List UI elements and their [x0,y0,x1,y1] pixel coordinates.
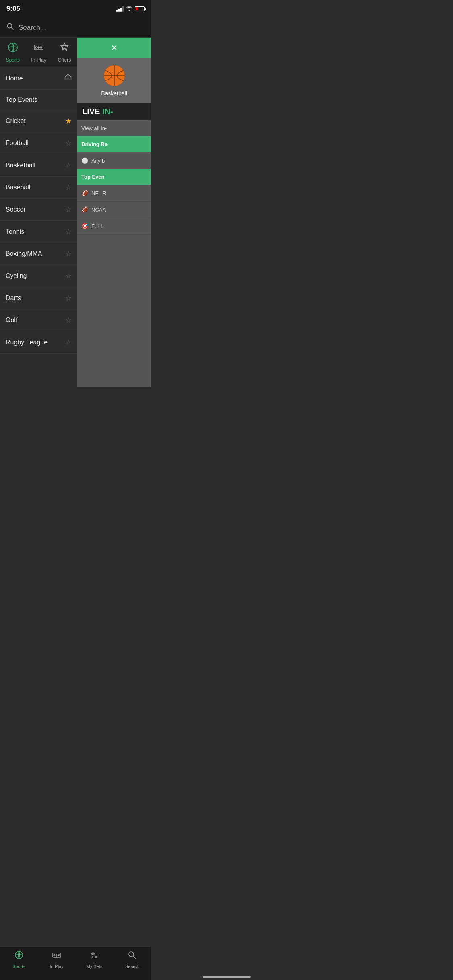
nav-item-top-events[interactable]: Top Events [0,90,77,110]
full-l-text: Full L [91,223,104,229]
right-row-any-b[interactable]: ⚪ Any b [77,152,151,169]
nav-item-baseball[interactable]: Baseball ☆ [0,177,77,199]
offers-icon: $ [59,42,70,56]
nav-item-cycling[interactable]: Cycling ☆ [0,265,77,287]
tennis-star-icon[interactable]: ☆ [65,227,72,236]
right-row-top-events[interactable]: Top Even [77,169,151,185]
nav-item-rugby-league-label: Rugby League [6,339,48,346]
basketball-star-icon[interactable]: ☆ [65,161,72,170]
svg-line-1 [12,28,14,30]
tab-offers[interactable]: $ Offers [52,38,77,67]
boxing-star-icon[interactable]: ☆ [65,249,72,258]
rugby-star-icon[interactable]: ☆ [65,338,72,347]
flag-icon: 🎯 [81,223,88,229]
nav-item-football-label: Football [6,140,29,147]
right-row-driving[interactable]: Driving Re [77,136,151,152]
right-row-full-l[interactable]: 🎯 Full L [77,218,151,235]
search-icon [6,23,14,33]
any-b-text: Any b [91,158,105,164]
basketball-card[interactable]: Basketball [77,58,151,103]
main-area: Sports In-Play [0,38,151,354]
golf-star-icon[interactable]: ☆ [65,316,72,325]
battery-icon [135,6,145,11]
nav-item-home[interactable]: Home [0,67,77,90]
live-in-banner: LIVE IN- [77,103,151,120]
tab-bar: Sports In-Play [0,38,77,67]
nav-item-basketball-label: Basketball [6,162,35,169]
left-panel: Sports In-Play [0,38,77,354]
wifi-icon [126,6,132,12]
nav-item-darts[interactable]: Darts ☆ [0,287,77,309]
nav-item-rugby-league[interactable]: Rugby League ☆ [0,331,77,354]
live-in-text: LIVE IN- [82,107,113,116]
nav-item-basketball[interactable]: Basketball ☆ [0,154,77,177]
close-button[interactable]: ✕ [111,43,118,53]
cycling-star-icon[interactable]: ☆ [65,272,72,280]
nav-item-cricket[interactable]: Cricket ★ [0,110,77,132]
right-panel: ✕ Basketball LIVE IN- View all In- [77,38,151,387]
tab-offers-label: Offers [58,57,71,63]
close-btn-row[interactable]: ✕ [77,38,151,58]
nav-item-home-label: Home [6,75,23,82]
nav-item-top-events-label: Top Events [6,96,37,103]
nav-item-darts-label: Darts [6,294,21,302]
inplay-icon [33,42,44,56]
status-time: 9:05 [6,5,20,13]
top-even-text: Top Even [81,174,105,180]
nav-item-golf[interactable]: Golf ☆ [0,309,77,331]
right-row-view-all[interactable]: View all In- [77,120,151,136]
tab-sports[interactable]: Sports [0,38,26,67]
search-input[interactable]: Search... [19,24,145,32]
svg-point-4 [35,47,37,48]
status-bar: 9:05 [0,0,151,18]
ncaa-text: NCAA [91,207,106,213]
nav-item-cycling-label: Cycling [6,272,27,280]
ncaa-football-icon: 🏈 [81,206,88,213]
svg-point-5 [40,47,42,48]
nav-item-soccer-label: Soccer [6,206,26,213]
football-star-icon[interactable]: ☆ [65,139,72,148]
nav-item-tennis[interactable]: Tennis ☆ [0,221,77,243]
driving-text: Driving Re [81,141,108,147]
sports-icon [7,42,19,56]
svg-point-2 [8,43,17,52]
nfl-text: NFL R [91,190,106,196]
nfl-football-icon: 🏈 [81,190,88,196]
nav-item-soccer[interactable]: Soccer ☆ [0,199,77,221]
basketball-card-label: Basketball [101,90,127,97]
nav-list: Home Top Events Cricket ★ Football ☆ Ba [0,67,77,354]
status-icons [116,6,145,12]
right-row-ncaa[interactable]: 🏈 NCAA [77,202,151,218]
nav-item-golf-label: Golf [6,317,17,324]
signal-bars-icon [116,6,124,12]
right-row-nfl[interactable]: 🏈 NFL R [77,185,151,202]
nav-item-football[interactable]: Football ☆ [0,132,77,154]
search-bar[interactable]: Search... [0,18,151,38]
golf-ball-icon: ⚪ [81,157,88,164]
nav-item-cricket-label: Cricket [6,117,26,125]
tab-inplay-label: In-Play [31,57,46,63]
nav-item-boxing-mma-label: Boxing/MMA [6,250,42,257]
nav-item-tennis-label: Tennis [6,228,24,235]
baseball-star-icon[interactable]: ☆ [65,183,72,192]
home-icon [64,74,72,83]
cricket-star-icon[interactable]: ★ [65,117,72,126]
nav-item-boxing-mma[interactable]: Boxing/MMA ☆ [0,243,77,265]
tab-inplay[interactable]: In-Play [26,38,52,67]
tab-sports-label: Sports [6,57,20,63]
basketball-ball-icon [103,64,126,87]
soccer-star-icon[interactable]: ☆ [65,205,72,214]
nav-item-baseball-label: Baseball [6,184,30,191]
view-all-text: View all In- [81,125,107,131]
darts-star-icon[interactable]: ☆ [65,294,72,303]
